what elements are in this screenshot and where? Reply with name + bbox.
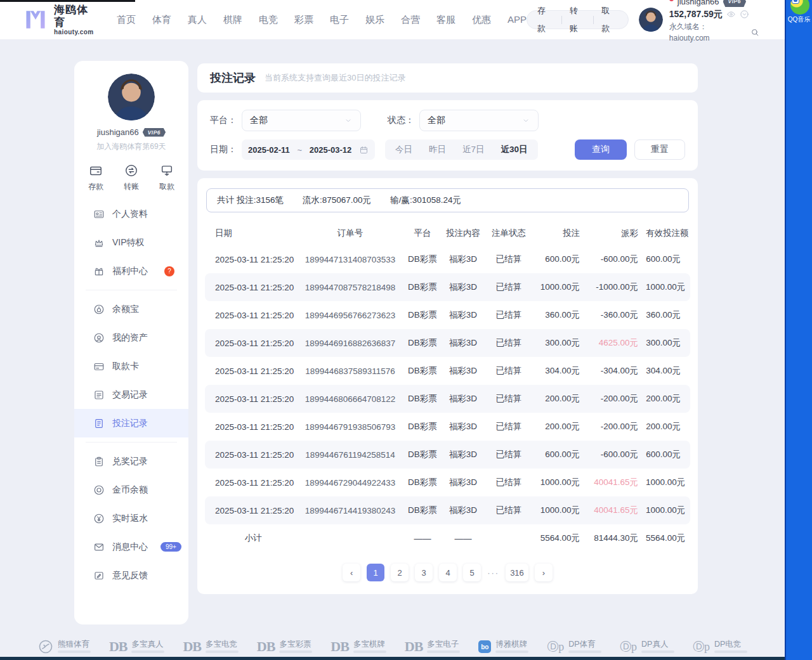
reset-button[interactable]: 重置 (634, 139, 685, 160)
quick-action-button[interactable]: 转账 (562, 2, 594, 37)
avatar[interactable] (639, 8, 663, 32)
sidebar-item[interactable]: 我的资产 (74, 323, 188, 352)
feedback-icon (93, 570, 105, 581)
rebate-icon (93, 513, 105, 524)
quick-range-button[interactable]: 近7日 (454, 139, 493, 160)
date-range-input[interactable]: 2025-02-11 ~ 2025-03-12 (242, 139, 375, 160)
cell: 2025-03-11 21:25:20 (210, 394, 296, 404)
pagination-page[interactable]: 1 (367, 564, 384, 581)
nav-item[interactable]: 棋牌 (223, 14, 242, 26)
collapse-circle-icon[interactable] (740, 10, 749, 19)
pagination-next[interactable]: › (535, 564, 553, 581)
partner-label: 多宝真人 (131, 640, 164, 649)
footer-dark-bar (0, 657, 785, 660)
quick-range-button[interactable]: 近30日 (493, 139, 536, 160)
cell: 已结算 (485, 365, 532, 377)
cell: 已结算 (485, 309, 532, 321)
partner-subtext-bar (353, 650, 386, 653)
sidebar-item-label: 交易记录 (112, 389, 148, 401)
nav-item[interactable]: APP (508, 14, 527, 26)
summary-winloss: 输/赢:301058.24元 (390, 195, 461, 206)
sidebar-item[interactable]: 实时返水 (74, 504, 188, 533)
column-header: 有效投注额 (643, 228, 693, 239)
quick-action-button[interactable]: 存款 (530, 2, 561, 37)
cell: 600.00元 (532, 254, 584, 265)
partner-text: 多宝电子 (427, 640, 460, 653)
pagination-page[interactable]: 2 (391, 564, 409, 581)
nav-menu: 首页体育真人棋牌电竞彩票电子娱乐合营客服优惠APP (117, 14, 527, 26)
search-button[interactable]: 查询 (575, 139, 627, 160)
search-icon[interactable] (750, 28, 759, 37)
sidebar-item[interactable]: 投注记录 (74, 409, 188, 437)
sidebar-vip-badge: VIP6 (143, 128, 166, 137)
cell: 200.00元 (643, 393, 685, 404)
user-cluster: jiushigan66 VIP6 152,787.59元 永久域名：haiout… (639, 0, 759, 44)
pagination-prev[interactable]: ‹ (343, 564, 360, 581)
sidebar-item[interactable]: VIP特权 (74, 228, 188, 257)
partner-logo: ⒹpDP体育 (547, 640, 601, 653)
nav-item[interactable]: 优惠 (472, 14, 491, 26)
brand-logo[interactable]: 海鸥体育 haiouty.com (23, 4, 99, 36)
sidebar-item[interactable]: 消息中心99+ (74, 533, 188, 561)
platform-select[interactable]: 全部 (242, 110, 361, 131)
sidebar-item[interactable]: 交易记录 (74, 380, 188, 409)
cell: 600.00元 (532, 449, 584, 460)
sidebar-quick-label: 转账 (124, 181, 139, 192)
sidebar-item[interactable]: 余额宝 (74, 295, 188, 323)
pagination-page[interactable]: 316 (506, 564, 528, 581)
nav-item[interactable]: 合营 (401, 14, 420, 26)
partner-text: 多宝彩票 (279, 640, 312, 653)
sidebar-item[interactable]: 兑奖记录 (74, 447, 188, 476)
table-row: 2025-03-11 21:25:201899447087578218498DB… (205, 273, 690, 301)
nav-item[interactable]: 娱乐 (365, 14, 384, 26)
sidebar-quick-wallet[interactable]: 存款 (88, 164, 103, 192)
pagination-page[interactable]: 3 (415, 564, 433, 581)
cell: 1899446916882636837 (296, 339, 404, 348)
quick-range-button[interactable]: 昨日 (421, 139, 454, 160)
nav-item[interactable]: 彩票 (294, 14, 313, 26)
cell: 200.00元 (532, 421, 584, 432)
sidebar-quick-withdraw[interactable]: 取款 (159, 164, 174, 192)
sidebar-item[interactable]: 金币余额 (74, 476, 188, 504)
nav-item[interactable]: 首页 (117, 14, 136, 26)
qq-music-icon[interactable] (790, 0, 809, 15)
quick-range-button[interactable]: 今日 (387, 139, 421, 160)
cell: DB彩票 (404, 393, 441, 404)
sidebar-quick-actions: 存款转账取款 (74, 164, 188, 192)
transfer-icon (124, 164, 138, 178)
db-logo-icon: DB (405, 640, 423, 654)
partner-text: DP电竞 (714, 640, 747, 653)
nav-item[interactable]: 电竞 (259, 14, 278, 26)
nav-item[interactable]: 体育 (152, 14, 171, 26)
pagination-page[interactable]: 5 (463, 564, 481, 581)
nav-item[interactable]: 客服 (436, 14, 455, 26)
cell: 2025-03-11 21:25:20 (210, 450, 296, 460)
sidebar-avatar[interactable] (108, 74, 155, 120)
status-select[interactable]: 全部 (419, 110, 539, 131)
dp-logo-icon: Ⓓp (620, 641, 637, 652)
partner-subtext-bar (641, 650, 674, 653)
column-header: 派彩 (584, 228, 643, 239)
partner-label: 多宝电子 (427, 640, 460, 649)
sidebar-menu: 个人资料VIP特权福利中心?余额宝我的资产取款卡交易记录投注记录兑奖记录金币余额… (74, 200, 188, 590)
cell: 已结算 (485, 337, 532, 349)
sidebar-item[interactable]: 福利中心? (74, 257, 188, 285)
panda-logo-icon (38, 639, 53, 654)
cell: 已结算 (485, 449, 532, 460)
nav-item[interactable]: 真人 (188, 14, 207, 26)
top-header: 海鸥体育 haiouty.com 首页体育真人棋牌电竞彩票电子娱乐合营客服优惠A… (0, 0, 785, 40)
eye-icon[interactable] (726, 10, 736, 19)
cell: 已结算 (485, 477, 532, 488)
pagination-page[interactable]: 4 (439, 564, 457, 581)
partner-logo: ⒹpDP电竞 (693, 640, 747, 653)
quick-action-button[interactable]: 取款 (594, 2, 625, 37)
joined-days-label: 加入海鸥体育第69天 (74, 141, 188, 152)
sidebar-item[interactable]: 个人资料 (74, 200, 188, 228)
sidebar-item[interactable]: 意见反馈 (74, 561, 188, 590)
cell: -360.00元 (584, 309, 643, 321)
nav-item[interactable]: 电子 (330, 14, 349, 26)
partner-label: DP体育 (568, 640, 601, 649)
sidebar-quick-transfer[interactable]: 转账 (124, 164, 139, 192)
column-header: 日期 (210, 228, 296, 239)
sidebar-item[interactable]: 取款卡 (74, 352, 188, 380)
